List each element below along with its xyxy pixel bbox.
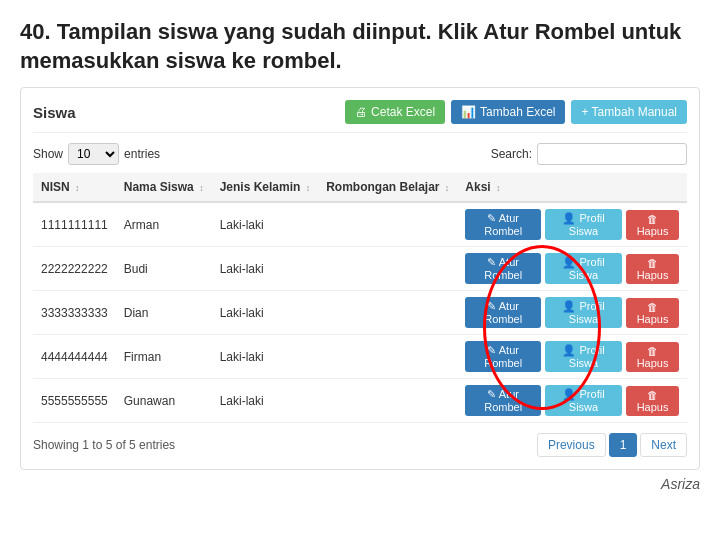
cell-0: 2222222222 (33, 247, 116, 291)
cell-2: Laki-laki (212, 291, 319, 335)
page-container: 40. Tampilan siswa yang sudah diinput. K… (0, 0, 720, 540)
cell-1: Arman (116, 202, 212, 247)
siswa-table: NISN ↕ Nama Siswa ↕ Jenis Kelamin ↕ Romb… (33, 173, 687, 423)
col-jenis: Jenis Kelamin ↕ (212, 173, 319, 202)
aksi-button-group: ✎ Atur Rombel👤 Profil Siswa🗑 Hapus (465, 297, 679, 328)
prev-button[interactable]: Previous (537, 433, 606, 457)
profil-siswa-button[interactable]: 👤 Profil Siswa (545, 385, 622, 416)
cell-3 (318, 291, 457, 335)
hapus-button[interactable]: 🗑 Hapus (626, 342, 679, 372)
cell-2: Laki-laki (212, 247, 319, 291)
table-header-row: NISN ↕ Nama Siswa ↕ Jenis Kelamin ↕ Romb… (33, 173, 687, 202)
watermark-text: Asriza (0, 470, 720, 496)
entries-select[interactable]: 10 25 50 100 (68, 143, 119, 165)
tambah-excel-label: Tambah Excel (480, 105, 555, 119)
entries-label: entries (124, 147, 160, 161)
tambah-manual-button[interactable]: + Tambah Manual (571, 100, 687, 124)
table-row: 3333333333DianLaki-laki✎ Atur Rombel👤 Pr… (33, 291, 687, 335)
aksi-button-group: ✎ Atur Rombel👤 Profil Siswa🗑 Hapus (465, 341, 679, 372)
aksi-cell: ✎ Atur Rombel👤 Profil Siswa🗑 Hapus (457, 202, 687, 247)
entries-control: Show 10 25 50 100 entries (33, 143, 160, 165)
show-label: Show (33, 147, 63, 161)
tambah-manual-label: + Tambah Manual (581, 105, 677, 119)
tambah-excel-button[interactable]: 📊 Tambah Excel (451, 100, 565, 124)
cell-2: Laki-laki (212, 379, 319, 423)
siswa-card: Siswa 🖨 Cetak Excel 📊 Tambah Excel + Tam… (20, 87, 700, 470)
cell-2: Laki-laki (212, 202, 319, 247)
cell-3 (318, 202, 457, 247)
aksi-sort-icon: ↕ (496, 183, 501, 193)
col-rombel: Rombongan Belajar ↕ (318, 173, 457, 202)
search-control: Search: (491, 143, 687, 165)
rombel-sort-icon: ↕ (445, 183, 450, 193)
hapus-button[interactable]: 🗑 Hapus (626, 254, 679, 284)
table-row: 4444444444FirmanLaki-laki✎ Atur Rombel👤 … (33, 335, 687, 379)
cell-1: Gunawan (116, 379, 212, 423)
top-button-group: 🖨 Cetak Excel 📊 Tambah Excel + Tambah Ma… (345, 100, 687, 124)
atur-rombel-button[interactable]: ✎ Atur Rombel (465, 209, 541, 240)
atur-rombel-button[interactable]: ✎ Atur Rombel (465, 297, 541, 328)
hapus-button[interactable]: 🗑 Hapus (626, 386, 679, 416)
card-header: Siswa 🖨 Cetak Excel 📊 Tambah Excel + Tam… (33, 100, 687, 133)
cell-2: Laki-laki (212, 335, 319, 379)
page-title: 40. Tampilan siswa yang sudah diinput. K… (0, 0, 720, 87)
cetak-excel-label: Cetak Excel (371, 105, 435, 119)
cell-0: 5555555555 (33, 379, 116, 423)
search-input[interactable] (537, 143, 687, 165)
aksi-button-group: ✎ Atur Rombel👤 Profil Siswa🗑 Hapus (465, 253, 679, 284)
pagination: Previous 1 Next (537, 433, 687, 457)
cell-1: Budi (116, 247, 212, 291)
hapus-button[interactable]: 🗑 Hapus (626, 210, 679, 240)
col-aksi: Aksi ↕ (457, 173, 687, 202)
aksi-cell: ✎ Atur Rombel👤 Profil Siswa🗑 Hapus (457, 247, 687, 291)
next-button[interactable]: Next (640, 433, 687, 457)
nisn-sort-icon: ↕ (75, 183, 80, 193)
table-row: 5555555555GunawanLaki-laki✎ Atur Rombel👤… (33, 379, 687, 423)
cell-0: 4444444444 (33, 335, 116, 379)
cell-3 (318, 247, 457, 291)
profil-siswa-button[interactable]: 👤 Profil Siswa (545, 209, 622, 240)
cetak-icon: 🖨 (355, 105, 367, 119)
cell-3 (318, 379, 457, 423)
footer-text: Showing 1 to 5 of 5 entries (33, 438, 175, 452)
aksi-button-group: ✎ Atur Rombel👤 Profil Siswa🗑 Hapus (465, 209, 679, 240)
cell-0: 3333333333 (33, 291, 116, 335)
nama-sort-icon: ↕ (199, 183, 204, 193)
col-nama: Nama Siswa ↕ (116, 173, 212, 202)
page-1-button[interactable]: 1 (609, 433, 638, 457)
cell-0: 1111111111 (33, 202, 116, 247)
profil-siswa-button[interactable]: 👤 Profil Siswa (545, 341, 622, 372)
col-nisn: NISN ↕ (33, 173, 116, 202)
table-row: 1111111111ArmanLaki-laki✎ Atur Rombel👤 P… (33, 202, 687, 247)
cell-1: Firman (116, 335, 212, 379)
table-controls: Show 10 25 50 100 entries Search: (33, 143, 687, 165)
cell-1: Dian (116, 291, 212, 335)
atur-rombel-button[interactable]: ✎ Atur Rombel (465, 253, 541, 284)
profil-siswa-button[interactable]: 👤 Profil Siswa (545, 253, 622, 284)
cell-3 (318, 335, 457, 379)
atur-rombel-button[interactable]: ✎ Atur Rombel (465, 341, 541, 372)
tambah-excel-icon: 📊 (461, 105, 476, 119)
aksi-cell: ✎ Atur Rombel👤 Profil Siswa🗑 Hapus (457, 291, 687, 335)
table-footer: Showing 1 to 5 of 5 entries Previous 1 N… (33, 433, 687, 457)
cetak-excel-button[interactable]: 🖨 Cetak Excel (345, 100, 445, 124)
atur-rombel-button[interactable]: ✎ Atur Rombel (465, 385, 541, 416)
aksi-cell: ✎ Atur Rombel👤 Profil Siswa🗑 Hapus (457, 379, 687, 423)
hapus-button[interactable]: 🗑 Hapus (626, 298, 679, 328)
table-row: 2222222222BudiLaki-laki✎ Atur Rombel👤 Pr… (33, 247, 687, 291)
search-label: Search: (491, 147, 532, 161)
jenis-sort-icon: ↕ (306, 183, 311, 193)
card-title-text: Siswa (33, 104, 76, 121)
aksi-button-group: ✎ Atur Rombel👤 Profil Siswa🗑 Hapus (465, 385, 679, 416)
aksi-cell: ✎ Atur Rombel👤 Profil Siswa🗑 Hapus (457, 335, 687, 379)
profil-siswa-button[interactable]: 👤 Profil Siswa (545, 297, 622, 328)
